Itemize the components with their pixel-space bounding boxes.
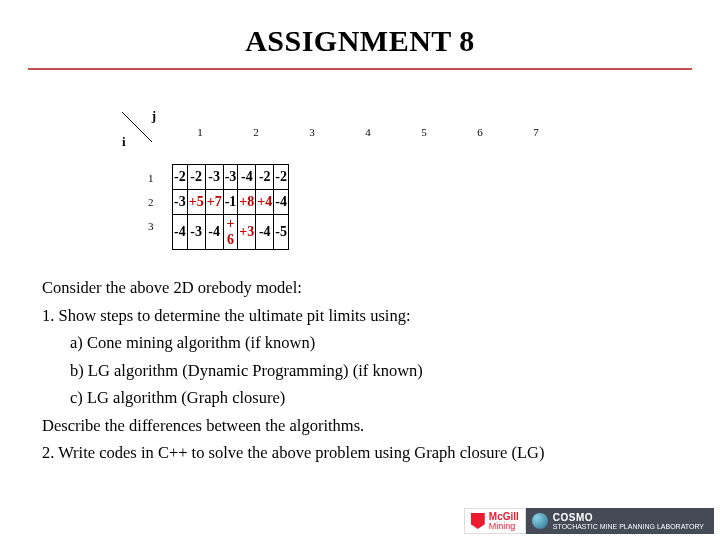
ij-corner: j i	[120, 110, 154, 144]
row-header: 3	[148, 214, 154, 238]
cosmo-logo: COSMOSTOCHASTIC MINE PLANNING LABORATORY	[526, 508, 714, 534]
cell: +5	[187, 190, 205, 215]
col-header: 2	[228, 126, 284, 138]
column-headers: 1 2 3 4 5 6 7	[172, 126, 564, 138]
row-axis-label: i	[122, 134, 126, 150]
col-header: 6	[452, 126, 508, 138]
cell: + 6	[223, 215, 238, 250]
col-header: 3	[284, 126, 340, 138]
data-grid: -2 -2 -3 -3 -4 -2 -2 -3 +5 +7 -1 +8 +4 -…	[172, 164, 289, 250]
cell: +8	[238, 190, 256, 215]
cell: -2	[187, 165, 205, 190]
body-line: 2. Write codes in C++ to solve the above…	[42, 440, 680, 466]
cell: -2	[256, 165, 274, 190]
cell: -3	[223, 165, 238, 190]
body-line: c) LG algorithm (Graph closure)	[42, 385, 680, 411]
globe-icon	[532, 513, 548, 529]
body-text: Consider the above 2D orebody model: 1. …	[42, 275, 680, 468]
cell: -3	[173, 190, 188, 215]
cell: -2	[274, 165, 289, 190]
cell: -3	[205, 165, 223, 190]
body-line: Describe the differences between the alg…	[42, 413, 680, 439]
cell: -4	[238, 165, 256, 190]
body-line: b) LG algorithm (Dynamic Programming) (i…	[42, 358, 680, 384]
cell: -2	[173, 165, 188, 190]
col-header: 5	[396, 126, 452, 138]
cosmo-text: COSMOSTOCHASTIC MINE PLANNING LABORATORY	[553, 512, 704, 531]
body-line: Consider the above 2D orebody model:	[42, 275, 680, 301]
shield-icon	[471, 513, 485, 529]
cell: -5	[274, 215, 289, 250]
body-line: a) Cone mining algorithm (if known)	[42, 330, 680, 356]
mcgill-logo: McGillMining	[464, 508, 526, 534]
orebody-matrix: j i 1 2 3 4 5 6 7 1 2 3 -2 -2 -3 -3 -4 -…	[120, 110, 154, 148]
cell: -1	[223, 190, 238, 215]
row-header: 1	[148, 166, 154, 190]
cell: -4	[274, 190, 289, 215]
title-divider	[28, 68, 692, 70]
diag-line-icon	[122, 112, 152, 142]
row-header: 2	[148, 190, 154, 214]
cell: +3	[238, 215, 256, 250]
svg-line-0	[122, 112, 152, 142]
body-line: 1. Show steps to determine the ultimate …	[42, 303, 680, 329]
slide-title: ASSIGNMENT 8	[0, 0, 720, 58]
cell: -3	[187, 215, 205, 250]
col-axis-label: j	[152, 108, 156, 124]
cell: -4	[173, 215, 188, 250]
cell: -4	[205, 215, 223, 250]
col-header: 7	[508, 126, 564, 138]
mcgill-text: McGillMining	[489, 512, 519, 531]
cell: +4	[256, 190, 274, 215]
footer-logos: McGillMining COSMOSTOCHASTIC MINE PLANNI…	[464, 508, 714, 534]
col-header: 4	[340, 126, 396, 138]
cell: +7	[205, 190, 223, 215]
row-headers: 1 2 3	[148, 166, 154, 238]
col-header: 1	[172, 126, 228, 138]
cell: -4	[256, 215, 274, 250]
